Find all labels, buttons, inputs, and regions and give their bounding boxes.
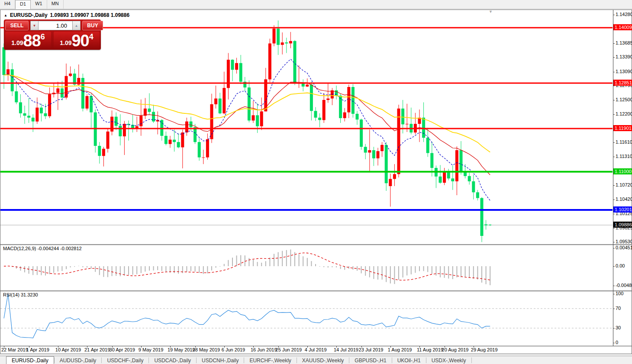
- macd-axis-tick: [613, 286, 615, 286]
- time-axis-tick-label: 23 Jul 2019: [359, 347, 384, 352]
- price-axis-tick-label: 1.12500: [616, 97, 632, 102]
- time-axis-tick-label: 14 Jul 2019: [334, 347, 358, 352]
- chart-ohlc-label: 1.09893 1.09907 1.09868 1.09886: [50, 12, 130, 18]
- price-axis-tick-label: 1.10420: [616, 196, 632, 202]
- time-axis-tick-label: 28 May 2019: [193, 347, 220, 352]
- time-axis-line: [0, 346, 632, 346]
- rsi-axis-tick: [613, 343, 615, 343]
- price-axis-tick: [613, 200, 615, 200]
- chart-tab-ukoil-h1[interactable]: UKOil-,H1: [392, 356, 426, 364]
- mt4-window: H4D1W1MN 1.142801.139851.136851.133901.1…: [0, 0, 632, 364]
- timeframe-button-w1[interactable]: W1: [31, 0, 47, 9]
- chart-title: ▲ EURUSD-,Daily 1.09893 1.09907 1.09868 …: [4, 12, 129, 18]
- macd-axis-tick-label: 0.00: [616, 263, 625, 268]
- time-axis-tick-label: 21 Apr 2019: [84, 347, 110, 352]
- price-axis-tick: [613, 114, 615, 115]
- timeframe-button-d1[interactable]: D1: [15, 0, 31, 9]
- time-axis-tick-label: 29 Aug 2019: [471, 347, 498, 352]
- price-axis-tick: [613, 157, 615, 157]
- time-axis-tick-label: 11 Aug 2019: [417, 347, 443, 352]
- time-axis-tick-label: 30 Apr 2019: [110, 347, 135, 352]
- chart-tab-bar: EURUSD-,DailyAUDUSD-,DailyUSDCHF-,DailyU…: [0, 356, 632, 364]
- time-axis-tick-label: 22 Mar 2019: [1, 347, 28, 352]
- price-axis-tick: [613, 142, 615, 143]
- price-axis-tick: [613, 185, 615, 186]
- pane-splitter-macd[interactable]: [0, 244, 632, 245]
- timeframe-button-h4[interactable]: H4: [0, 0, 15, 9]
- price-axis-tick: [613, 15, 615, 15]
- time-axis-tick-label: 1 Aug 2019: [388, 347, 412, 352]
- buy-button[interactable]: BUY: [82, 21, 103, 30]
- buy-price-quote[interactable]: 1.09 90 4: [54, 32, 100, 48]
- macd-indicator-label: MACD(12,26,9) -0.004244 -0.002812: [3, 246, 82, 251]
- chart-tab-gbpusd-h1[interactable]: GBPUSD-,H1: [349, 356, 391, 364]
- sell-button[interactable]: SELL: [5, 21, 29, 30]
- rsi-axis-tick-label: 30: [616, 325, 621, 330]
- chart-tab-usdcnh-daily[interactable]: USDCNH-,Daily: [197, 356, 244, 364]
- volume-increase-arrow-icon[interactable]: ▲: [72, 21, 81, 30]
- price-line-label: 1.12851: [613, 80, 632, 86]
- price-line-label: 1.11000: [613, 168, 632, 174]
- chart-tab-audusd-daily[interactable]: AUDUSD-,Daily: [55, 356, 102, 364]
- time-axis-tick-label: 19 May 2019: [168, 347, 195, 352]
- time-axis-tick-label: 1 Apr 2019: [26, 347, 49, 352]
- volume-decrease-arrow-icon[interactable]: ▼: [30, 21, 39, 30]
- time-axis-tick-label: 20 Aug 2019: [442, 347, 469, 352]
- tab-separator: [471, 358, 472, 363]
- price-axis-tick: [613, 228, 615, 229]
- rsi-axis-tick-label: 70: [616, 306, 621, 311]
- price-axis-tick-label: 1.11310: [616, 154, 632, 159]
- one-click-trading-panel: SELL ▼ ▲ BUY 1.09 88 6 1.09 90 4: [4, 19, 101, 50]
- chart-symbol-label: EURUSD-,Daily: [10, 12, 48, 18]
- timeframe-button-mn[interactable]: MN: [47, 0, 64, 9]
- price-line-label: 1.14009: [613, 24, 632, 30]
- price-axis-tick-label: 1.09530: [616, 239, 632, 244]
- chart-tab-usdx-weekly[interactable]: USDX-,Weekly: [426, 356, 471, 364]
- macd-axis-tick-label: -0.004800: [616, 283, 632, 288]
- time-axis-tick-label: 16 Jun 2019: [251, 347, 277, 352]
- time-axis-tick-label: 25 Jun 2019: [276, 347, 302, 352]
- time-axis-tick-label: 6 Jun 2019: [222, 347, 245, 352]
- rsi-indicator-canvas[interactable]: [0, 291, 613, 346]
- price-axis-tick-label: 1.14280: [616, 12, 632, 17]
- time-axis-tick-label: 4 Jul 2019: [305, 347, 327, 352]
- chart-tab-usdchf-daily[interactable]: USDCHF-,Daily: [102, 356, 148, 364]
- rsi-axis-tick-label: 0: [616, 340, 618, 345]
- buy-price-big-digits: 90: [71, 33, 89, 48]
- volume-input[interactable]: [39, 21, 72, 30]
- rsi-axis-tick: [613, 309, 615, 309]
- price-axis-tick-label: 1.10720: [616, 182, 632, 187]
- macd-indicator-canvas[interactable]: [0, 245, 613, 290]
- chart-tab-eurusd-daily[interactable]: EURUSD-,Daily: [6, 356, 54, 364]
- pane-splitter-rsi[interactable]: [0, 290, 632, 292]
- rsi-axis-tick: [613, 294, 615, 294]
- sell-price-prefix: 1.09: [11, 39, 23, 46]
- price-line-label: 1.09886: [613, 222, 632, 228]
- rsi-axis-tick: [613, 328, 615, 329]
- sell-price-quote[interactable]: 1.09 88 6: [5, 32, 51, 48]
- price-line-label: 1.10201: [613, 206, 632, 213]
- chart-tab-xauusd-weekly[interactable]: XAUUSD-,Weekly: [297, 356, 349, 364]
- chart-shift-marker-icon[interactable]: ▼: [489, 10, 493, 14]
- price-axis-tick: [613, 242, 615, 242]
- price-axis-tick: [613, 100, 615, 100]
- rsi-indicator-label: RSI(14) 31.3230: [3, 292, 38, 297]
- price-axis-tick: [613, 43, 615, 44]
- price-line-label: 1.11901: [613, 125, 632, 131]
- price-axis-tick: [613, 86, 615, 86]
- volume-stepper: ▼ ▲: [30, 21, 81, 30]
- price-axis-tick-label: 1.13090: [616, 69, 632, 74]
- price-axis-tick-label: 1.13390: [616, 54, 632, 59]
- buy-price-pip-digit: 4: [89, 32, 94, 42]
- price-axis-tick: [613, 57, 615, 58]
- price-axis-line: [613, 10, 613, 346]
- price-axis-tick-label: 1.12200: [616, 111, 632, 116]
- chart-tab-usdcad-daily[interactable]: USDCAD-,Daily: [149, 356, 196, 364]
- chart-tab-eurchf-weekly[interactable]: EURCHF-,Weekly: [244, 356, 296, 364]
- price-axis-tick-label: 1.11610: [616, 139, 632, 145]
- rsi-axis-tick-label: 100: [616, 291, 623, 296]
- sell-price-pip-digit: 6: [41, 32, 45, 42]
- time-axis-tick-label: 9 May 2019: [139, 347, 163, 352]
- collapse-triangle-icon[interactable]: ▲: [4, 13, 7, 17]
- macd-axis-tick: [613, 248, 615, 248]
